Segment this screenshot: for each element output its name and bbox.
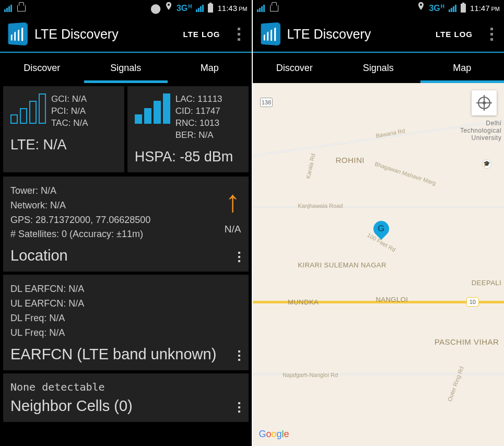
hspa-signal: HSPA: -85 dBm	[135, 149, 241, 165]
app-logo-icon	[8, 22, 28, 46]
app-bar: LTE Discovery LTE LOG	[0, 16, 252, 52]
signal-bars-icon	[10, 93, 46, 124]
svg-point-0	[168, 4, 170, 6]
arrow-up-icon: ↑	[225, 189, 241, 213]
signals-content: GCI: N/APCI: N/ATAC: N/A LTE: N/A LAC: 1…	[0, 83, 252, 446]
hspa-card[interactable]: LAC: 11113CID: 11747RNC: 1013BER: N/A HS…	[127, 86, 249, 172]
road-label: Outer Ring Rd	[446, 366, 464, 402]
app-bar: LTE Discovery LTE LOG	[253, 16, 505, 52]
poi-icon: 🎓	[482, 159, 491, 169]
card-menu-icon[interactable]	[238, 350, 240, 361]
signal-icon	[449, 5, 456, 12]
poi-label: Delhi Technological University	[454, 120, 501, 142]
route-shield: 10	[466, 297, 479, 307]
lte-log-button[interactable]: LTE LOG	[177, 26, 227, 43]
status-bar: 3GH 11:47PM	[253, 0, 505, 16]
road-label: Kanjhawala Road	[298, 203, 343, 209]
direction-indicator: ↑ N/A	[225, 189, 241, 235]
status-bar: ⬤ 3GH 11:43PM	[0, 0, 252, 16]
overflow-menu-icon[interactable]	[486, 22, 497, 46]
neighbor-title: Neighbor Cells (0)	[10, 397, 241, 415]
network-type: 3GH	[429, 4, 444, 13]
area-label: DEEPALI	[472, 279, 501, 287]
phone-right: 3GH 11:47PM LTE Discovery LTE LOG Discov…	[253, 0, 505, 446]
neighbor-cells-card[interactable]: None detectable Neighbor Cells (0)	[3, 373, 249, 422]
road-label: Bhagawan Mahavir Marg	[374, 160, 437, 186]
signal-icon	[196, 5, 204, 12]
network-type: 3GH	[177, 4, 192, 13]
area-label: KIRARI SULEMAN NAGAR	[298, 261, 386, 270]
signal-icon	[257, 5, 265, 12]
location-title: Location	[10, 247, 241, 264]
earfcn-info: DL EARFCN: N/AUL EARFCN: N/A DL Freq: N/…	[10, 282, 241, 341]
neighbor-none: None detectable	[10, 381, 241, 393]
lte-signal: LTE: N/A	[10, 137, 117, 153]
tab-bar: Discover Signals Map	[0, 53, 252, 83]
road-label: Najafgarh-Nangloi Rd	[283, 372, 338, 378]
road-label: Bawana Rd	[376, 127, 406, 139]
lte-card[interactable]: GCI: N/APCI: N/ATAC: N/A LTE: N/A	[3, 86, 124, 172]
phone-left: ⬤ 3GH 11:43PM LTE Discovery LTE LOG Disc…	[0, 0, 252, 446]
signal-icon	[4, 5, 12, 12]
signal-bars-icon	[135, 93, 170, 124]
locate-button[interactable]	[472, 90, 497, 115]
tab-map[interactable]: Map	[420, 53, 505, 83]
area-label: NANGLOI	[376, 296, 408, 303]
area-label: MUNDKA	[288, 298, 319, 306]
battery-icon	[208, 4, 213, 13]
google-logo: Google	[259, 429, 289, 440]
location-info: Tower: N/ANetwork: N/A GPS: 28.71372000,…	[10, 184, 241, 242]
app-title: LTE Discovery	[287, 27, 371, 42]
hspa-info: LAC: 11113CID: 11747RNC: 1013BER: N/A	[175, 93, 222, 142]
tab-discover[interactable]: Discover	[253, 53, 337, 83]
lte-log-button[interactable]: LTE LOG	[429, 26, 479, 43]
location-icon: ⬤	[150, 3, 161, 14]
card-menu-icon[interactable]	[238, 252, 240, 262]
route-shield: 138	[260, 98, 273, 107]
battery-icon	[461, 4, 466, 13]
svg-point-1	[420, 4, 422, 6]
tab-map[interactable]: Map	[168, 53, 252, 83]
card-menu-icon[interactable]	[238, 402, 240, 413]
earfcn-card[interactable]: DL EARFCN: N/AUL EARFCN: N/A DL Freq: N/…	[3, 275, 249, 370]
location-card[interactable]: Tower: N/ANetwork: N/A GPS: 28.71372000,…	[3, 177, 249, 272]
gallery-icon	[270, 5, 278, 11]
tab-signals[interactable]: Signals	[84, 53, 168, 83]
area-label: PASCHIM VIHAR	[435, 337, 499, 346]
lte-info: GCI: N/APCI: N/ATAC: N/A	[51, 93, 88, 130]
gallery-icon	[17, 5, 26, 11]
road-label: Karala Rd	[305, 153, 317, 179]
tab-signals[interactable]: Signals	[336, 53, 420, 83]
tab-discover[interactable]: Discover	[0, 53, 84, 83]
area-label: ROHINI	[335, 156, 365, 165]
clock: 11:43PM	[217, 4, 247, 13]
clock: 11:47PM	[470, 4, 500, 13]
app-logo-icon	[261, 22, 280, 46]
map-view[interactable]: ROHINI KIRARI SULEMAN NAGAR NANGLOI MUND…	[253, 83, 505, 446]
tab-bar: Discover Signals Map	[253, 53, 505, 83]
earfcn-title: EARFCN (LTE band unknown)	[10, 346, 241, 363]
overflow-menu-icon[interactable]	[234, 22, 244, 46]
app-title: LTE Discovery	[34, 27, 119, 42]
